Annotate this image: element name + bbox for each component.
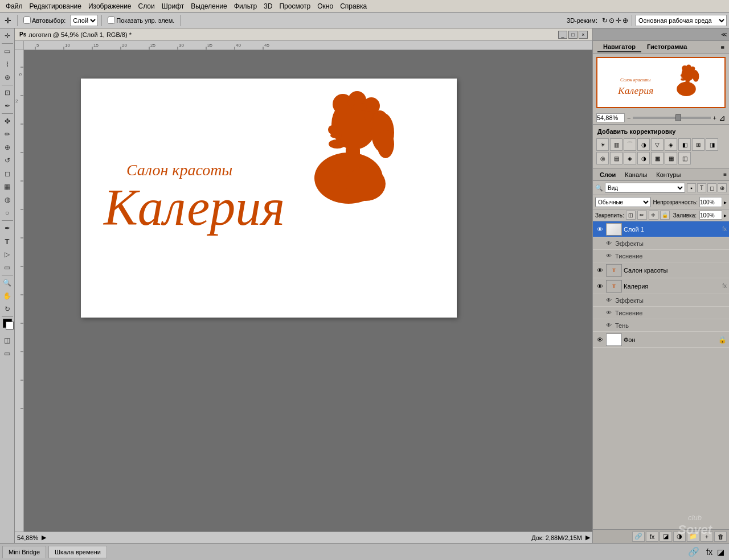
link-layers-btn[interactable]: 🔗	[632, 532, 645, 542]
adj-threshold[interactable]: ▦	[665, 152, 677, 164]
eye-effects2[interactable]: 👁	[604, 296, 613, 305]
zoom-plus[interactable]: +	[713, 114, 716, 121]
tab-navigator[interactable]: Навигатор	[597, 42, 641, 52]
layer-item-kaleria[interactable]: 👁 T Калерия fx	[593, 278, 729, 294]
lock-position[interactable]: ✛	[649, 211, 658, 220]
adj-levels[interactable]: ▥	[610, 138, 622, 151]
tool-shape[interactable]: ▭	[1, 261, 14, 274]
tool-crop[interactable]: ⊡	[1, 87, 14, 99]
menu-image[interactable]: Изображение	[85, 1, 135, 11]
adj-exposure[interactable]: ◑	[637, 138, 650, 151]
zoom-minus[interactable]: −	[627, 114, 630, 121]
add-layer-btn[interactable]: +	[701, 532, 713, 542]
eye-bg[interactable]: 👁	[595, 335, 604, 344]
menu-view[interactable]: Просмотр	[276, 1, 314, 11]
tool-dodge[interactable]: ○	[1, 207, 14, 219]
add-style-btn[interactable]: fx	[646, 532, 658, 542]
eye-sloy1[interactable]: 👁	[595, 225, 604, 234]
tab-histogram[interactable]: Гистограмма	[641, 42, 693, 52]
add-mask-btn[interactable]: ◪	[660, 532, 672, 542]
filter-smart[interactable]: ⊕	[718, 183, 727, 192]
layer-item-bg[interactable]: 👁 Фон 🔒	[593, 332, 729, 348]
filter-shape[interactable]: ◻	[707, 183, 716, 192]
filter-type[interactable]: T	[697, 183, 706, 192]
add-group-btn[interactable]: 📁	[687, 532, 699, 542]
fill-arrow[interactable]: ▸	[724, 212, 727, 219]
autofill-select[interactable]: Слой	[70, 15, 98, 26]
tab-mini-bridge[interactable]: Mini Bridge	[2, 546, 46, 558]
adj-gradient-map[interactable]: ▽	[651, 138, 664, 151]
adj-selective-color[interactable]: ◫	[678, 152, 691, 164]
mask-icon-bottom[interactable]: ◪	[717, 547, 724, 557]
workspace-select[interactable]: Основная рабочая среда	[636, 15, 727, 26]
adj-curves[interactable]: ⌒	[624, 138, 636, 151]
panel-collapse-btn[interactable]: ≪	[721, 31, 727, 38]
tool-history-brush[interactable]: ↺	[1, 154, 14, 167]
layer-item-salon[interactable]: 👁 T Салон красоты	[593, 262, 729, 278]
menu-filter[interactable]: Фильтр	[231, 1, 260, 11]
fx-sloy1[interactable]: fx	[722, 226, 727, 232]
fx-kaleria[interactable]: fx	[722, 283, 727, 289]
adj-color-lookup[interactable]: ◈	[624, 152, 636, 164]
adj-vibrance[interactable]: ◈	[665, 138, 677, 151]
pan-icon[interactable]: ✛	[616, 17, 621, 24]
adj-invert[interactable]: ◑	[637, 152, 650, 164]
menu-file[interactable]: Файл	[2, 1, 26, 11]
tool-clone[interactable]: ⊕	[1, 141, 14, 154]
tool-blur[interactable]: ◍	[1, 193, 14, 206]
filter-pixel[interactable]: ▪	[687, 183, 696, 192]
lock-transparent[interactable]: ◫	[626, 211, 636, 220]
eye-salon[interactable]: 👁	[595, 266, 604, 275]
maximize-button[interactable]: □	[568, 31, 578, 39]
tool-zoom[interactable]: 🔍	[1, 277, 14, 289]
tool-type[interactable]: T	[1, 235, 14, 248]
eye-shadow[interactable]: 👁	[604, 321, 613, 330]
menu-edit[interactable]: Редактирование	[26, 1, 85, 11]
zoom-slider[interactable]	[633, 117, 710, 119]
menu-layers[interactable]: Слои	[135, 1, 158, 11]
orbit-icon[interactable]: ⊙	[609, 17, 615, 24]
eye-tsnenie2[interactable]: 👁	[604, 308, 613, 318]
eye-tsnenie1[interactable]: 👁	[604, 252, 613, 261]
fill-input[interactable]	[699, 211, 722, 220]
autofill-checkbox[interactable]	[23, 17, 31, 24]
adj-color-balance[interactable]: ⊞	[692, 138, 705, 151]
tool-eraser[interactable]: ◻	[1, 167, 14, 180]
zoom-expand-icon[interactable]: ⊿	[719, 113, 726, 122]
opacity-input[interactable]	[699, 197, 722, 207]
tab-channels[interactable]: Каналы	[620, 170, 652, 179]
blend-mode-select[interactable]: Обычные	[595, 197, 651, 207]
tool-brush[interactable]: ✏	[1, 128, 14, 141]
layer-item-sloy1[interactable]: 👁 Слой 1 fx	[593, 221, 729, 237]
close-button[interactable]: ×	[579, 31, 588, 39]
minimize-button[interactable]: _	[558, 31, 567, 39]
menu-help[interactable]: Справка	[337, 1, 370, 11]
navigator-menu-btn[interactable]: ≡	[721, 44, 724, 51]
eye-effects1[interactable]: 👁	[604, 239, 613, 248]
menu-font[interactable]: Шрифт	[158, 1, 187, 11]
delete-layer-btn[interactable]: 🗑	[714, 532, 727, 542]
adj-photo-filter[interactable]: ◎	[596, 152, 609, 164]
opacity-arrow[interactable]: ▸	[724, 199, 727, 205]
show-elem-checkbox[interactable]	[108, 17, 115, 24]
adj-channel-mixer[interactable]: ▤	[610, 152, 622, 164]
tool-lasso[interactable]: ⌇	[1, 58, 14, 71]
tool-marquee[interactable]: ▭	[1, 45, 14, 57]
zoom-tool-icon[interactable]: ⊕	[622, 17, 628, 24]
zoom-input[interactable]	[596, 113, 625, 122]
foreground-color[interactable]	[3, 319, 12, 328]
adj-brightness[interactable]: ☀	[596, 138, 609, 151]
quick-mask[interactable]: ◫	[1, 334, 14, 347]
tab-layers[interactable]: Слои	[595, 170, 620, 179]
tab-paths[interactable]: Контуры	[652, 170, 685, 179]
tool-path-select[interactable]: ▷	[1, 248, 14, 261]
tool-select[interactable]: ✛	[1, 30, 14, 42]
tool-quick-select[interactable]: ⊛	[1, 71, 14, 84]
adj-hsl[interactable]: ◧	[678, 138, 691, 151]
lock-image[interactable]: ✏	[637, 211, 647, 220]
tab-timeline[interactable]: Шкала времени	[48, 546, 107, 558]
tool-pen[interactable]: ✒	[1, 222, 14, 234]
lock-all[interactable]: 🔒	[660, 211, 670, 220]
add-adjustment-btn[interactable]: ◑	[673, 532, 686, 542]
tool-gradient[interactable]: ▦	[1, 180, 14, 193]
